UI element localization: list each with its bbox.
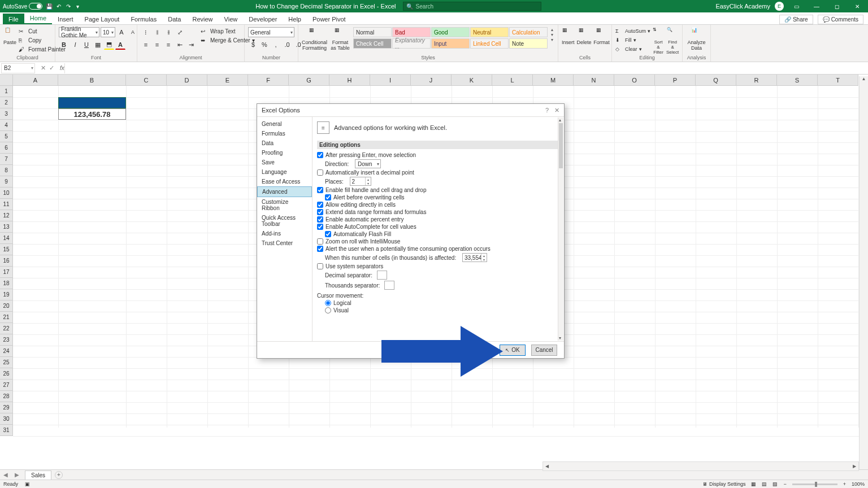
font-name-combo[interactable]: Franklin Gothic Me: [59, 27, 99, 37]
col-header[interactable]: D: [167, 75, 207, 86]
thousands-separator-input[interactable]: [384, 281, 394, 290]
sort-filter-button[interactable]: ⇅Sort & Filter: [653, 27, 664, 55]
row-header[interactable]: 29: [0, 402, 13, 413]
col-header[interactable]: J: [411, 75, 452, 86]
options-nav-general[interactable]: General: [257, 119, 312, 129]
comma-format-icon[interactable]: ,: [271, 40, 281, 50]
style-note[interactable]: Note: [509, 38, 548, 49]
options-nav-quick-access-toolbar[interactable]: Quick Access Toolbar: [257, 213, 312, 229]
undo-icon[interactable]: ↶: [55, 3, 62, 10]
style-bad[interactable]: Bad: [392, 27, 431, 37]
orientation-icon[interactable]: ⤢: [175, 27, 185, 37]
tab-page-layout[interactable]: Page Layout: [79, 14, 125, 24]
flash-fill-checkbox[interactable]: [325, 231, 331, 237]
redo-icon[interactable]: ↷: [65, 3, 71, 10]
alert-time-checkbox[interactable]: [317, 246, 323, 252]
tab-developer[interactable]: Developer: [243, 14, 283, 24]
tell-me-search[interactable]: 🔍 Search: [403, 2, 541, 11]
macro-record-icon[interactable]: ▣: [25, 481, 30, 487]
options-nav-advanced[interactable]: Advanced: [257, 186, 312, 197]
cancel-button[interactable]: Cancel: [531, 345, 557, 356]
increase-font-icon[interactable]: A: [116, 27, 127, 37]
row-header[interactable]: 23: [0, 334, 13, 346]
accounting-format-icon[interactable]: $: [248, 40, 258, 50]
direction-combo[interactable]: Down: [355, 159, 381, 168]
row-header[interactable]: 4: [0, 120, 13, 131]
zoom-out-icon[interactable]: −: [783, 481, 786, 487]
cursor-logical-radio[interactable]: [325, 300, 331, 306]
options-nav-language[interactable]: Language: [257, 167, 312, 177]
ribbon-display-icon[interactable]: ▭: [788, 0, 804, 12]
style-check-cell[interactable]: Check Cell: [353, 38, 392, 49]
align-top-icon[interactable]: ⫶: [141, 27, 151, 37]
style-expand-icon[interactable]: ▴: [551, 27, 553, 32]
row-header[interactable]: 20: [0, 300, 13, 312]
options-nav-formulas[interactable]: Formulas: [257, 129, 312, 138]
places-spinner[interactable]: 2▴▾: [350, 177, 371, 186]
tab-formulas[interactable]: Formulas: [125, 14, 162, 24]
row-header[interactable]: 16: [0, 255, 13, 267]
ok-button[interactable]: ↖OK: [500, 345, 526, 356]
options-nav-ease-of-access[interactable]: Ease of Access: [257, 177, 312, 186]
autosum-button[interactable]: ΣAutoSum ▾: [615, 27, 650, 35]
row-header[interactable]: 3: [0, 108, 13, 120]
zoom-in-icon[interactable]: +: [843, 481, 846, 487]
indent-decrease-icon[interactable]: ⇤: [175, 40, 185, 50]
col-header[interactable]: K: [452, 75, 492, 86]
paste-button[interactable]: 📋Paste: [3, 27, 16, 45]
row-header[interactable]: 6: [0, 142, 13, 154]
user-avatar[interactable]: E: [775, 2, 784, 11]
when-cells-spinner[interactable]: 33,554▴▾: [462, 253, 487, 262]
add-sheet-button[interactable]: +: [55, 471, 63, 479]
style-calculation[interactable]: Calculation: [509, 27, 548, 37]
sheet-nav-next-icon[interactable]: ▶: [11, 472, 23, 478]
row-header[interactable]: 10: [0, 188, 13, 199]
row-header[interactable]: 21: [0, 312, 13, 323]
tab-insert[interactable]: Insert: [52, 14, 79, 24]
qat-customize-icon[interactable]: ▾: [75, 3, 81, 10]
fx-icon[interactable]: fx: [60, 65, 64, 71]
row-header[interactable]: 25: [0, 357, 13, 368]
col-header[interactable]: S: [777, 75, 818, 86]
cancel-formula-icon[interactable]: ✕: [41, 64, 46, 72]
col-header[interactable]: T: [818, 75, 858, 86]
cell-b2-selected[interactable]: [58, 97, 126, 108]
formula-input[interactable]: [64, 63, 868, 73]
col-header[interactable]: A: [13, 75, 58, 86]
view-normal-icon[interactable]: ▦: [751, 481, 756, 487]
tab-view[interactable]: View: [219, 14, 244, 24]
options-nav-proofing[interactable]: Proofing: [257, 148, 312, 158]
dialog-close-icon[interactable]: ✕: [554, 107, 559, 114]
row-header[interactable]: 13: [0, 221, 13, 233]
row-header[interactable]: 18: [0, 278, 13, 289]
row-header[interactable]: 26: [0, 368, 13, 380]
view-page-layout-icon[interactable]: ▤: [762, 481, 767, 487]
tab-review[interactable]: Review: [186, 14, 218, 24]
insert-cells-button[interactable]: ▦Insert: [562, 27, 575, 45]
cell-b3[interactable]: 123,456.78: [58, 108, 126, 120]
zoom-intelli-checkbox[interactable]: [317, 238, 323, 245]
zoom-level[interactable]: 100%: [852, 481, 865, 487]
auto-percent-checkbox[interactable]: [317, 216, 323, 223]
dialog-help-icon[interactable]: ?: [545, 107, 549, 114]
align-bottom-icon[interactable]: ⫵: [163, 27, 173, 37]
bold-button[interactable]: B: [59, 40, 69, 50]
fill-button[interactable]: ⬇Fill ▾: [615, 36, 650, 44]
col-header[interactable]: P: [655, 75, 696, 86]
tab-file[interactable]: File: [3, 14, 24, 24]
col-header[interactable]: M: [533, 75, 574, 86]
options-nav-data[interactable]: Data: [257, 138, 312, 148]
row-header[interactable]: 15: [0, 244, 13, 255]
row-header[interactable]: 8: [0, 165, 13, 176]
col-header[interactable]: F: [248, 75, 289, 86]
italic-button[interactable]: I: [70, 40, 80, 50]
sheet-nav-prev-icon[interactable]: ◀: [0, 472, 11, 478]
tab-home[interactable]: Home: [24, 12, 52, 24]
tab-power-pivot[interactable]: Power Pivot: [307, 14, 351, 24]
underline-button[interactable]: U: [81, 40, 92, 50]
edit-in-cell-checkbox[interactable]: [317, 202, 323, 208]
font-size-combo[interactable]: 10: [101, 27, 115, 37]
row-header[interactable]: 12: [0, 210, 13, 221]
col-header[interactable]: L: [492, 75, 533, 86]
decrease-font-icon[interactable]: A: [128, 27, 138, 37]
